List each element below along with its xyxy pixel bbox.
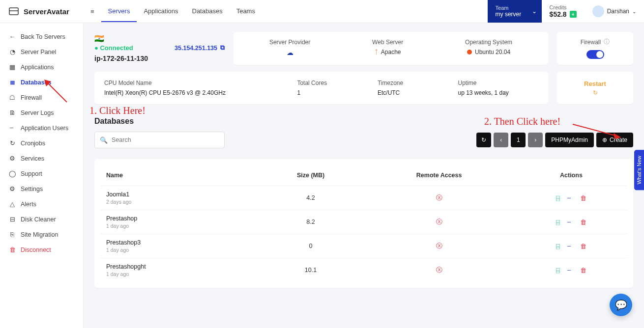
chat-icon: 💬 xyxy=(615,299,627,311)
manage-db-icon[interactable]: ⌸ xyxy=(556,243,560,250)
page-number[interactable]: 1 xyxy=(511,133,526,147)
sidebar-item-appusers[interactable]: ᯇApplication Users xyxy=(0,120,83,136)
db-age: 1 day ago xyxy=(106,247,253,253)
sidebar-item-label: Site Migration xyxy=(21,231,58,238)
manage-db-icon[interactable]: ⌸ xyxy=(556,194,560,202)
restart-button[interactable]: Restart ↻ xyxy=(557,72,633,104)
db-size: 8.2 xyxy=(259,210,363,234)
sidebar-item-back[interactable]: ←Back To Servers xyxy=(0,29,83,44)
sidebar-item-disk[interactable]: ⊟Disk Cleaner xyxy=(0,212,83,227)
info-icon[interactable]: ⓘ xyxy=(604,38,610,46)
phpmyadmin-button[interactable]: PHPMyAdmin xyxy=(545,133,594,147)
sidebar-item-label: Databases xyxy=(21,79,52,86)
plus-icon: ⊕ xyxy=(602,137,607,143)
sidebar-item-alerts[interactable]: △Alerts xyxy=(0,196,83,212)
search-input[interactable] xyxy=(108,137,219,143)
sidebar-item-label: Cronjobs xyxy=(21,140,45,147)
sidebar-item-cron[interactable]: ↻Cronjobs xyxy=(0,136,83,151)
chat-bubble[interactable]: 💬 xyxy=(610,294,632,316)
sidebar-item-services[interactable]: ⚙Services xyxy=(0,151,83,166)
uptime-value: up 13 weeks, 1 day xyxy=(458,89,538,96)
sidebar-item-logs[interactable]: 🗎Server Logs xyxy=(0,105,83,120)
delete-db-icon[interactable]: 🗑 xyxy=(580,194,586,202)
db-toolbar: ↻ ‹ 1 › PHPMyAdmin ⊕Create xyxy=(476,133,633,147)
brand-logo[interactable]: ServerAvatar xyxy=(0,5,84,17)
prev-page-button[interactable]: ‹ xyxy=(494,133,508,147)
connection-status: Connected xyxy=(94,44,133,52)
cloud-icon: ☁ xyxy=(287,49,293,56)
delete-db-icon[interactable]: 🗑 xyxy=(580,243,586,250)
create-button[interactable]: ⊕Create xyxy=(596,133,633,147)
sidebar-item-panel[interactable]: ◔Server Panel xyxy=(0,44,83,59)
sidebar-item-migration[interactable]: ⎘Site Migration xyxy=(0,227,83,242)
search-box[interactable]: 🔍 xyxy=(94,132,225,148)
tz-label: Timezone xyxy=(378,80,458,86)
specs-card: CPU Model Name Intel(R) Xeon(R) CPU E5-2… xyxy=(94,72,548,104)
apps-icon: ▦ xyxy=(9,63,16,71)
db-users-icon[interactable]: ᯇ xyxy=(567,267,573,274)
tab-applications[interactable]: Applications xyxy=(137,0,185,22)
sidebar-item-label: Application Users xyxy=(21,125,68,132)
db-name: Prestashop xyxy=(106,215,253,222)
migrate-icon: ⎘ xyxy=(9,231,16,238)
sidebar: ←Back To Servers ◔Server Panel ▦Applicat… xyxy=(0,23,84,328)
db-users-icon[interactable]: ᯇ xyxy=(567,194,573,202)
firewall-card: Firewallⓘ xyxy=(557,32,633,65)
table-row: Joomla12 days ago4.2ⓧ⌸ᯇ🗑 xyxy=(100,186,627,210)
remote-disabled-icon: ⓧ xyxy=(436,266,442,273)
bell-icon: △ xyxy=(9,200,16,208)
refresh-icon: ↻ xyxy=(9,139,16,147)
sidebar-item-settings[interactable]: ⚙Settings xyxy=(0,181,83,196)
tab-teams[interactable]: Teams xyxy=(230,0,262,22)
cores-value: 1 xyxy=(297,89,378,96)
sidebar-item-support[interactable]: ◯Support xyxy=(0,166,83,181)
manage-db-icon[interactable]: ⌸ xyxy=(556,267,560,274)
db-table-card: Name Size (MB) Remote Access Actions Joo… xyxy=(94,159,633,288)
sidebar-item-applications[interactable]: ▦Applications xyxy=(0,59,83,75)
db-size: 0 xyxy=(259,234,363,258)
brand-text: ServerAvatar xyxy=(24,7,69,16)
flag-icon: 🇮🇳 xyxy=(94,34,225,43)
refresh-button[interactable]: ↻ xyxy=(476,133,491,147)
team-switcher[interactable]: Team my server ⌄ xyxy=(488,0,542,23)
sidebar-item-firewall[interactable]: ☖Firewall xyxy=(0,90,83,105)
col-remote: Remote Access xyxy=(363,165,515,186)
restart-label: Restart xyxy=(584,80,606,87)
sidebar-item-databases[interactable]: ≣Databases xyxy=(0,75,83,90)
sidebar-item-disconnect[interactable]: 🗑Disconnect xyxy=(0,242,83,257)
db-users-icon[interactable]: ᯇ xyxy=(567,243,573,250)
sidebar-toggle-icon[interactable]: ≡ xyxy=(84,8,101,15)
db-users-icon[interactable]: ᯇ xyxy=(567,219,573,226)
db-size: 4.2 xyxy=(259,186,363,210)
db-name: Prestashopght xyxy=(106,263,253,270)
server-info-card: Server Provider ☁ Web Server ᛏApache Ope… xyxy=(234,32,548,65)
ubuntu-icon xyxy=(467,50,472,55)
cpu-value: Intel(R) Xeon(R) CPU E5-2676 v3 @ 2.40GH… xyxy=(104,89,297,96)
user-name: Darshan xyxy=(607,8,629,15)
arrow-left-icon: ← xyxy=(9,33,16,40)
webserver-label: Web Server xyxy=(372,39,403,46)
manage-db-icon[interactable]: ⌸ xyxy=(556,219,560,226)
gauge-icon: ◔ xyxy=(9,48,16,55)
delete-db-icon[interactable]: 🗑 xyxy=(580,219,586,226)
topbar: ServerAvatar ≡ Servers Applications Data… xyxy=(0,0,644,23)
tab-databases[interactable]: Databases xyxy=(185,0,230,22)
delete-db-icon[interactable]: 🗑 xyxy=(580,267,586,274)
cpu-label: CPU Model Name xyxy=(104,80,297,86)
server-identity: 🇮🇳 Connected 35.154.251.135⧉ ip-172-26-1… xyxy=(94,32,225,65)
credits-label: Credits xyxy=(550,4,577,10)
firewall-toggle[interactable] xyxy=(586,50,604,59)
whats-new-tab[interactable]: What's New xyxy=(634,150,644,190)
tab-servers[interactable]: Servers xyxy=(101,0,137,22)
user-menu[interactable]: Darshan ⌄ xyxy=(585,0,644,23)
os-label: Operating System xyxy=(465,39,512,46)
sidebar-item-label: Alerts xyxy=(21,201,36,208)
next-page-button[interactable]: › xyxy=(528,133,543,147)
webserver-value: Apache xyxy=(381,49,401,55)
db-age: 1 day ago xyxy=(106,223,253,229)
copy-icon[interactable]: ⧉ xyxy=(220,44,225,52)
database-icon: ≣ xyxy=(9,79,16,86)
add-credits-button[interactable]: + xyxy=(570,11,577,18)
server-ip[interactable]: 35.154.251.135⧉ xyxy=(175,44,225,52)
col-actions: Actions xyxy=(515,165,627,186)
